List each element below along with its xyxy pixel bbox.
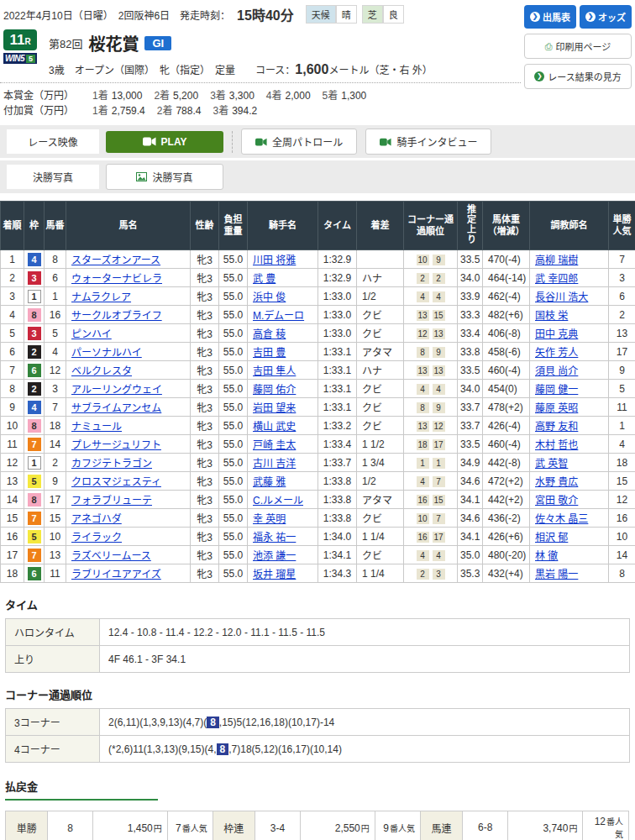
jockey-link[interactable]: 川田 将雅 (253, 255, 296, 266)
corner-position-badge: 12 (433, 421, 445, 432)
trainer-link[interactable]: 黒岩 陽一 (535, 569, 578, 580)
jockey-link[interactable]: 幸 英明 (253, 513, 286, 525)
frame-cell: 1 (24, 287, 45, 306)
horse-name-link[interactable]: ラズベリームース (71, 550, 151, 562)
jockey-link[interactable]: 吉田 隼人 (253, 365, 296, 377)
jockey-link[interactable]: 福永 祐一 (253, 532, 296, 543)
frame-cell: 8 (24, 417, 45, 435)
jockey-link[interactable]: 吉田 豊 (253, 347, 286, 359)
win-popularity: 4 (609, 435, 635, 454)
horse-name-link[interactable]: プレサージュリフト (71, 439, 161, 451)
horse-name-link[interactable]: サブライムアンセム (71, 402, 161, 414)
turf-condition-value: 良 (383, 5, 404, 24)
sex-age: 牝3 (191, 380, 219, 398)
horse-name-link[interactable]: クロスマジェスティ (71, 476, 161, 488)
trainer-link[interactable]: 武 英智 (535, 458, 568, 470)
carried-weight: 55.0 (219, 269, 248, 287)
trainer-link[interactable]: 宮田 敬介 (535, 495, 578, 507)
col-jockey: 騎手名 (248, 202, 318, 250)
trainer-cell: 木村 哲也 (530, 435, 609, 454)
trainer-link[interactable]: 高野 友和 (535, 421, 578, 433)
horse-name-link[interactable]: ライラック (71, 532, 122, 543)
result-row: 16510ライラック牝355.0福永 祐一1:34.01 1/4161734.1… (1, 528, 635, 546)
horse-name-link[interactable]: ベルクレスタ (71, 365, 132, 377)
frame-badge: 3 (28, 327, 41, 340)
trainer-link[interactable]: 長谷川 浩大 (535, 291, 588, 303)
jockey-link[interactable]: M.デムーロ (253, 310, 304, 322)
jockey-link[interactable]: 古川 吉洋 (253, 458, 296, 470)
horse-name-link[interactable]: スターズオンアース (71, 255, 160, 266)
sex-age: 牝3 (191, 472, 219, 491)
trainer-link[interactable]: 武 幸四郎 (535, 273, 578, 285)
race-video-label: レース映像 (7, 129, 99, 154)
trainer-link[interactable]: 矢作 芳人 (535, 347, 578, 359)
jockey-link[interactable]: 坂井 瑠星 (253, 569, 296, 580)
frame-badge: 1 (28, 456, 41, 470)
race-conditions: 3歳 オープン（国際） 牝（指定） 定量 コース：1,600メートル（芝・右 外… (49, 62, 433, 77)
print-page-button[interactable]: ⎙印刷用ページ (524, 34, 632, 59)
jockey-link[interactable]: 横山 武史 (253, 421, 296, 433)
jockey-link[interactable]: 武 豊 (253, 273, 276, 285)
frame-badge: 8 (28, 419, 41, 433)
jockey-link[interactable]: 戸崎 圭太 (253, 439, 296, 451)
jockey-link[interactable]: C.ルメール (253, 495, 303, 507)
trainer-link[interactable]: 相沢 郁 (535, 532, 568, 543)
finish-position: 14 (1, 491, 24, 509)
horse-name-cell: プレサージュリフト (66, 435, 191, 454)
trainer-link[interactable]: 水野 貴広 (535, 476, 578, 488)
frame-badge: 2 (28, 382, 41, 396)
corner-order-cell: 89 (404, 343, 458, 361)
jockey-link[interactable]: 藤岡 佑介 (253, 384, 296, 396)
patrol-video-button[interactable]: 全周パトロール (241, 129, 357, 155)
trainer-link[interactable]: 藤岡 健一 (535, 384, 578, 396)
horse-name-link[interactable]: サークルオブライフ (71, 310, 162, 322)
sex-age: 牝3 (191, 324, 219, 343)
trainer-link[interactable]: 藤原 英昭 (535, 402, 578, 414)
play-button[interactable]: PLAY (106, 131, 223, 153)
start-time: 15時40分 (237, 4, 294, 24)
result-guide-button[interactable]: ❯レース結果の見方 (524, 64, 632, 89)
horse-weight: 460(-4) (483, 435, 530, 454)
finish-photo-button[interactable]: 決勝写真 (106, 164, 223, 190)
jockey-link[interactable]: 岩田 望来 (253, 402, 296, 414)
corner-position-badge: 4 (433, 384, 445, 395)
jockey-interview-button[interactable]: 騎手インタビュー (365, 129, 491, 155)
trainer-link[interactable]: 田中 克典 (535, 328, 578, 340)
entry-table-button[interactable]: ❯出馬表 (524, 5, 576, 29)
horse-name-link[interactable]: ナムラクレア (71, 291, 131, 303)
horse-name-link[interactable]: アネゴハダ (71, 513, 122, 525)
winner-number-mark: 8 (217, 743, 229, 755)
horse-name-link[interactable]: ラブリイユアアイズ (71, 569, 161, 580)
trainer-cell: 黒岩 陽一 (530, 564, 609, 583)
jockey-cell: 吉田 隼人 (248, 361, 318, 380)
margin: 1/2 (357, 287, 404, 306)
horse-name-link[interactable]: ピンハイ (71, 328, 112, 340)
horse-name-link[interactable]: パーソナルハイ (71, 347, 142, 359)
horse-weight: 454(0) (483, 380, 530, 398)
trainer-link[interactable]: 須貝 尚介 (535, 365, 578, 377)
jockey-link[interactable]: 浜中 俊 (253, 291, 286, 303)
horse-name-link[interactable]: ウォーターナビレラ (71, 273, 162, 285)
corner-order-cell: 1615 (404, 491, 458, 509)
jockey-link[interactable]: 武藤 雅 (253, 476, 286, 488)
jockey-link[interactable]: 池添 謙一 (253, 550, 296, 562)
trainer-link[interactable]: 林 徹 (535, 550, 558, 562)
horse-name-link[interactable]: フォラブリューテ (71, 495, 152, 507)
horse-name-cell: アネゴハダ (66, 509, 191, 528)
horse-name-link[interactable]: ナミュール (71, 421, 122, 433)
horse-name-link[interactable]: アルーリングウェイ (71, 384, 162, 396)
finish-position: 9 (1, 398, 24, 417)
trainer-link[interactable]: 佐々木 晶三 (535, 513, 588, 525)
frame-cell: 4 (24, 398, 45, 417)
sex-age: 牝3 (191, 361, 219, 380)
jockey-cell: 古川 吉洋 (248, 454, 318, 472)
odds-button[interactable]: ❯オッズ (580, 5, 632, 29)
corner-position-badge: 4 (417, 550, 429, 561)
trainer-link[interactable]: 高柳 瑞樹 (535, 255, 578, 266)
carried-weight: 55.0 (219, 417, 248, 435)
trainer-link[interactable]: 木村 哲也 (535, 439, 578, 451)
jockey-link[interactable]: 高倉 稜 (253, 328, 286, 340)
trainer-link[interactable]: 国枝 栄 (535, 310, 568, 322)
horse-name-link[interactable]: カフジテトラゴン (71, 458, 152, 470)
horse-name-cell: ライラック (66, 528, 191, 546)
